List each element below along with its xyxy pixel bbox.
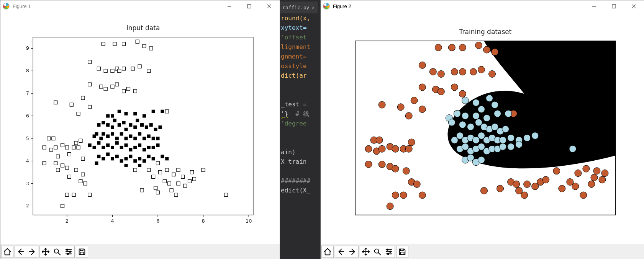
code-line: dict(ar bbox=[281, 72, 306, 79]
code-line: ain) bbox=[281, 148, 296, 156]
close-button[interactable] bbox=[261, 1, 277, 11]
data-point bbox=[125, 128, 128, 131]
data-point bbox=[136, 40, 139, 43]
data-point bbox=[177, 168, 180, 172]
data-point bbox=[88, 83, 92, 86]
svg-text:8: 8 bbox=[202, 218, 205, 224]
home-button[interactable] bbox=[2, 246, 13, 257]
zoom-button[interactable] bbox=[372, 246, 383, 257]
data-point bbox=[95, 161, 98, 165]
data-point bbox=[462, 112, 469, 119]
data-point bbox=[47, 137, 51, 140]
data-point bbox=[149, 47, 153, 50]
titlebar[interactable]: Figure 2 bbox=[321, 0, 644, 12]
svg-text:3: 3 bbox=[26, 181, 29, 186]
data-point bbox=[54, 161, 57, 165]
minimize-button[interactable] bbox=[585, 1, 602, 11]
configure-button[interactable] bbox=[63, 246, 74, 257]
data-point bbox=[435, 44, 442, 51]
data-point bbox=[129, 134, 132, 138]
data-point bbox=[43, 146, 46, 149]
editor-tab[interactable]: raffic.py× bbox=[279, 2, 318, 13]
configure-button[interactable] bbox=[383, 246, 395, 257]
data-point bbox=[122, 90, 126, 93]
data-point bbox=[472, 99, 479, 106]
data-point bbox=[419, 192, 426, 199]
data-point bbox=[79, 139, 82, 142]
data-point bbox=[569, 145, 576, 152]
data-point bbox=[170, 189, 173, 192]
pan-button[interactable] bbox=[360, 246, 372, 257]
data-point bbox=[131, 67, 134, 70]
zoom-button[interactable] bbox=[51, 246, 63, 257]
maximize-button[interactable] bbox=[241, 1, 257, 11]
svg-rect-47 bbox=[321, 215, 644, 242]
minimize-button[interactable] bbox=[221, 1, 238, 11]
data-point bbox=[165, 168, 169, 172]
data-point bbox=[379, 145, 385, 152]
data-point bbox=[97, 67, 100, 70]
data-point bbox=[392, 192, 399, 199]
data-point bbox=[102, 146, 105, 149]
data-point bbox=[99, 137, 103, 140]
close-button[interactable] bbox=[625, 1, 642, 11]
code-line: 'degree bbox=[281, 120, 306, 127]
code-line: edict(X_ bbox=[281, 187, 310, 194]
data-point bbox=[102, 132, 105, 136]
data-point bbox=[387, 203, 393, 210]
maximize-button[interactable] bbox=[605, 1, 622, 11]
home-button[interactable] bbox=[322, 246, 333, 257]
data-point bbox=[138, 157, 141, 160]
data-point bbox=[167, 182, 171, 185]
data-point bbox=[140, 123, 144, 127]
data-point bbox=[67, 153, 71, 156]
data-point bbox=[470, 68, 477, 75]
data-point bbox=[451, 68, 458, 75]
data-point bbox=[74, 168, 78, 172]
data-point bbox=[400, 192, 407, 199]
data-point bbox=[102, 42, 105, 46]
code-line: _test = bbox=[281, 101, 306, 108]
forward-button[interactable] bbox=[26, 246, 38, 257]
data-point bbox=[502, 125, 509, 132]
data-point bbox=[483, 115, 490, 122]
data-point bbox=[88, 193, 92, 197]
figure1-plot: Input data24681023456789 bbox=[0, 12, 280, 244]
data-point bbox=[149, 123, 153, 127]
data-point bbox=[524, 134, 531, 141]
data-point bbox=[70, 103, 73, 106]
svg-text:2: 2 bbox=[26, 203, 29, 209]
data-point bbox=[54, 101, 57, 104]
back-button[interactable] bbox=[335, 246, 347, 257]
data-point bbox=[79, 179, 82, 183]
save-button[interactable] bbox=[76, 246, 88, 257]
back-button[interactable] bbox=[15, 246, 26, 257]
data-point bbox=[379, 101, 385, 108]
data-point bbox=[438, 88, 444, 95]
svg-rect-42 bbox=[612, 4, 615, 8]
data-point bbox=[84, 182, 87, 185]
data-point bbox=[448, 44, 455, 51]
data-point bbox=[593, 168, 600, 174]
data-point bbox=[177, 182, 180, 185]
data-point bbox=[553, 168, 560, 174]
forward-button[interactable] bbox=[347, 246, 358, 257]
data-point bbox=[133, 90, 137, 93]
data-point bbox=[61, 164, 64, 167]
data-point bbox=[419, 62, 426, 68]
close-icon[interactable]: × bbox=[311, 5, 315, 10]
data-point bbox=[65, 193, 69, 197]
titlebar[interactable]: Figure 1 bbox=[0, 0, 280, 12]
data-point bbox=[478, 66, 485, 73]
pan-button[interactable] bbox=[40, 246, 51, 257]
data-point bbox=[115, 83, 119, 86]
data-point bbox=[454, 110, 460, 117]
data-point bbox=[405, 145, 412, 152]
data-point bbox=[508, 143, 515, 150]
save-button[interactable] bbox=[397, 246, 408, 257]
data-point bbox=[497, 185, 504, 192]
data-point bbox=[56, 168, 60, 172]
nav-toolbar bbox=[321, 244, 644, 259]
svg-point-58 bbox=[387, 253, 389, 255]
data-point bbox=[54, 146, 57, 149]
